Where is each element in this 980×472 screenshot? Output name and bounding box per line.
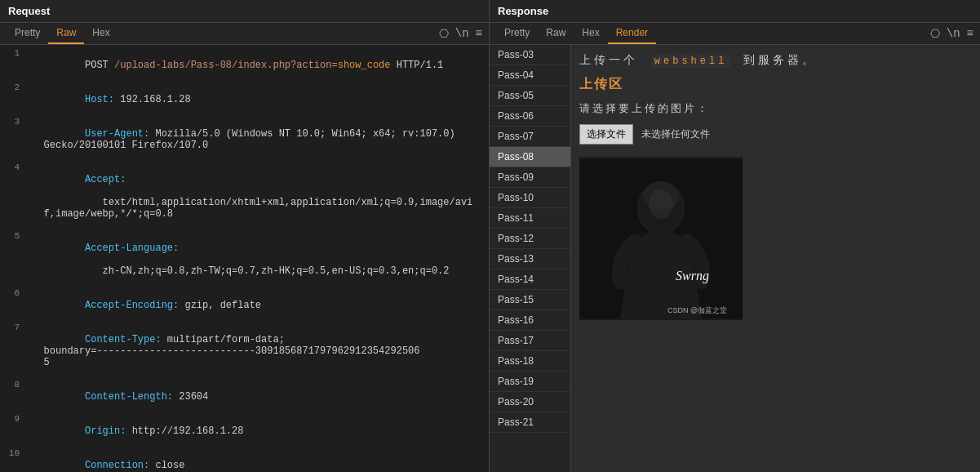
main-layout: Request Pretty Raw Hex ⎔ \n ≡ 1 POST /up… xyxy=(0,0,980,472)
line-7: 7 Content-Type: multipart/form-data; bou… xyxy=(0,323,489,380)
response-body: Pass-03 Pass-04 Pass-05 Pass-06 Pass-07 … xyxy=(490,45,980,472)
pass-item-21[interactable]: Pass-21 xyxy=(490,412,570,433)
pass-item-16[interactable]: Pass-16 xyxy=(490,310,570,331)
line-10: 10 Connection: close xyxy=(0,448,489,472)
svg-point-3 xyxy=(649,189,673,219)
line-2: 2 Host: 192.168.1.28 xyxy=(0,82,489,117)
upload-prompt: 请选择要上传的图片： xyxy=(579,101,972,116)
pass-item-11[interactable]: Pass-11 xyxy=(490,208,570,229)
pass-item-12[interactable]: Pass-12 xyxy=(490,229,570,249)
pass-item-07[interactable]: Pass-07 xyxy=(490,127,570,147)
pass-item-03[interactable]: Pass-03 xyxy=(490,45,570,65)
pass-item-20[interactable]: Pass-20 xyxy=(490,392,570,412)
copy-icon-response[interactable]: ⎔ xyxy=(930,27,940,41)
line-5: 5 Accept-Language: zh-CN,zh;q=0.8,zh-TW;… xyxy=(0,231,489,288)
pass-item-18[interactable]: Pass-18 xyxy=(490,351,570,372)
file-input-row: 选择文件 未选择任何文件 xyxy=(579,124,972,145)
pass-item-13[interactable]: Pass-13 xyxy=(490,249,570,269)
silhouette-svg: Swrng CSDN @伽蓝之堂 xyxy=(579,159,743,318)
tab-raw-response[interactable]: Raw xyxy=(538,23,574,44)
tab-render-response[interactable]: Render xyxy=(608,23,656,44)
response-panel: Response Pretty Raw Hex Render ⎔ \n ≡ Pa… xyxy=(490,0,980,472)
tab-hex-response[interactable]: Hex xyxy=(574,23,607,44)
pass-item-15[interactable]: Pass-15 xyxy=(490,290,570,310)
webshell-badge: webshell xyxy=(651,55,731,68)
request-panel: Request Pretty Raw Hex ⎔ \n ≡ 1 POST /up… xyxy=(0,0,490,472)
pass-item-05[interactable]: Pass-05 xyxy=(490,86,570,106)
pass-list: Pass-03 Pass-04 Pass-05 Pass-06 Pass-07 … xyxy=(490,45,571,472)
render-title: 上传一个 webshell 到服务器。 xyxy=(579,53,972,68)
tab-pretty-request[interactable]: Pretty xyxy=(7,23,48,44)
newline-icon-response[interactable]: \n xyxy=(947,27,960,41)
pass-item-08[interactable]: Pass-08 xyxy=(490,147,570,167)
choose-file-button[interactable]: 选择文件 xyxy=(579,124,633,145)
line-9: 9 Origin: http://192.168.1.28 xyxy=(0,414,489,448)
svg-text:CSDN @伽蓝之堂: CSDN @伽蓝之堂 xyxy=(667,306,727,314)
menu-icon-response[interactable]: ≡ xyxy=(967,27,973,41)
pass-item-14[interactable]: Pass-14 xyxy=(490,269,570,290)
tab-raw-request[interactable]: Raw xyxy=(48,23,84,44)
request-panel-title: Request xyxy=(0,0,489,23)
tab-pretty-response[interactable]: Pretty xyxy=(496,23,538,44)
tab-hex-request[interactable]: Hex xyxy=(84,23,118,44)
newline-icon[interactable]: \n xyxy=(455,27,469,41)
line-8: 8 Content-Length: 23604 xyxy=(0,380,489,414)
pass-item-09[interactable]: Pass-09 xyxy=(490,167,570,188)
menu-icon[interactable]: ≡ xyxy=(476,27,482,41)
upload-section-title: 上传区 xyxy=(579,76,972,93)
pass-item-06[interactable]: Pass-06 xyxy=(490,106,570,127)
request-tab-actions: ⎔ \n ≡ xyxy=(439,27,482,41)
request-tab-bar: Pretty Raw Hex ⎔ \n ≡ xyxy=(0,23,489,45)
no-file-text: 未选择任何文件 xyxy=(641,127,710,141)
pass-item-17[interactable]: Pass-17 xyxy=(490,331,570,351)
render-area: 上传一个 webshell 到服务器。 上传区 请选择要上传的图片： 选择文件 … xyxy=(571,45,980,472)
title-suffix: 到服务器。 xyxy=(743,53,817,66)
line-4: 4 Accept: text/html,application/xhtml+xm… xyxy=(0,163,489,231)
pass-item-19[interactable]: Pass-19 xyxy=(490,372,570,392)
title-prefix: 上传一个 xyxy=(579,53,638,66)
copy-icon[interactable]: ⎔ xyxy=(439,27,449,41)
line-1: 1 POST /upload-labs/Pass-08/index.php?ac… xyxy=(0,48,489,82)
pass-item-04[interactable]: Pass-04 xyxy=(490,65,570,86)
response-panel-title: Response xyxy=(490,0,980,23)
response-tab-bar: Pretty Raw Hex Render ⎔ \n ≡ xyxy=(490,23,980,45)
request-content: 1 POST /upload-labs/Pass-08/index.php?ac… xyxy=(0,45,489,472)
svg-text:Swrng: Swrng xyxy=(676,269,709,283)
line-3: 3 User-Agent: Mozilla/5.0 (Windows NT 10… xyxy=(0,117,489,163)
preview-image: Swrng CSDN @伽蓝之堂 xyxy=(579,157,743,320)
response-tab-actions: ⎔ \n ≡ xyxy=(930,27,973,41)
pass-item-10[interactable]: Pass-10 xyxy=(490,188,570,208)
line-6: 6 Accept-Encoding: gzip, deflate xyxy=(0,288,489,323)
